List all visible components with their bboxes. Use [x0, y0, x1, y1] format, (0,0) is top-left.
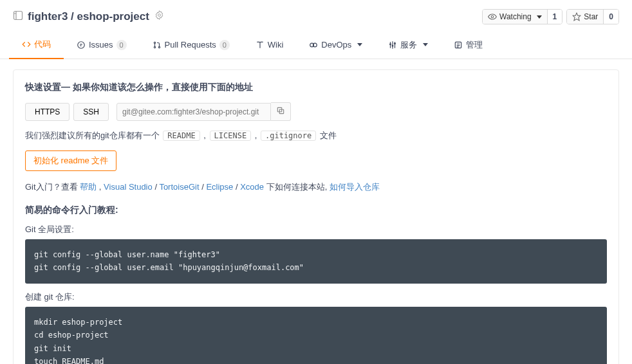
star-group: Star 0: [566, 9, 619, 24]
tab-issues-label: Issues: [89, 40, 113, 50]
git-intro-line: Git入门？查看 帮助 , Visual Studio / TortoiseGi…: [25, 181, 607, 193]
tab-pulls-label: Pull Requests: [165, 40, 216, 50]
star-label: Star: [584, 12, 598, 21]
devops-icon: [309, 41, 318, 50]
recommend-prefix: 我们强烈建议所有的git仓库都有一个: [25, 131, 162, 140]
gear-icon[interactable]: [154, 10, 164, 23]
gitignore-tag: .gitignore: [261, 131, 316, 141]
repo-title: fighter3 / eshop-project: [13, 10, 164, 24]
tab-code[interactable]: 代码: [9, 31, 64, 59]
tab-devops-label: DevOps: [321, 40, 351, 50]
watch-group: Watching 1: [482, 9, 562, 24]
sep1: ,: [99, 182, 104, 192]
clone-row: HTTPS SSH: [25, 102, 607, 121]
header-actions: Watching 1 Star 0: [482, 9, 619, 24]
tab-pulls[interactable]: Pull Requests 0: [140, 31, 243, 59]
setup-title: 快速设置— 如果你知道该怎么操作，直接使用下面的地址: [25, 82, 607, 93]
svg-rect-0: [14, 11, 23, 19]
create-repo-code[interactable]: mkdir eshop-project cd eshop-project git…: [25, 307, 607, 364]
chevron-down-icon: [357, 43, 362, 46]
services-icon: [388, 41, 397, 50]
svg-point-11: [392, 45, 393, 46]
license-tag: LICENSE: [210, 131, 252, 141]
eye-icon: [488, 12, 497, 21]
tab-manage[interactable]: 管理: [441, 31, 496, 59]
copy-icon: [276, 106, 285, 115]
cli-section-title: 简易的命令行入门教程:: [25, 205, 607, 216]
setup-box: 快速设置— 如果你知道该怎么操作，直接使用下面的地址 HTTPS SSH 我们强…: [13, 69, 619, 364]
visualstudio-link[interactable]: Visual Studio: [104, 182, 153, 192]
svg-point-5: [154, 42, 155, 43]
star-count[interactable]: 0: [603, 10, 618, 24]
help-link[interactable]: 帮助: [80, 182, 97, 192]
recommend-line: 我们强烈建议所有的git仓库都有一个 README , LICENSE , .g…: [25, 130, 607, 141]
svg-point-6: [154, 46, 155, 48]
git-intro-middle: 下如何连接本站,: [266, 182, 330, 192]
tab-wiki-label: Wiki: [268, 40, 284, 50]
eclipse-link[interactable]: Eclipse: [206, 182, 233, 192]
chevron-down-icon: [537, 15, 542, 19]
pulls-badge: 0: [219, 40, 230, 50]
global-settings-code[interactable]: git config --global user.name "fighter3"…: [25, 239, 607, 284]
init-readme-button[interactable]: 初始化 readme 文件: [25, 150, 116, 171]
repo-separator: /: [68, 10, 77, 23]
global-settings-label: Git 全局设置:: [25, 224, 607, 235]
tab-services-label: 服务: [400, 39, 417, 51]
tabs-bar: 代码 Issues 0 Pull Requests 0 Wiki DevOps …: [0, 31, 632, 59]
readme-tag: README: [163, 131, 200, 141]
tab-issues[interactable]: Issues 0: [64, 31, 140, 59]
comma1: ,: [203, 131, 208, 140]
wiki-icon: [256, 41, 265, 50]
star-icon: [572, 12, 581, 21]
git-intro-prefix: Git入门？查看: [25, 182, 80, 192]
xcode-link[interactable]: Xcode: [240, 182, 264, 192]
svg-point-1: [158, 14, 161, 17]
comma2: ,: [255, 131, 259, 140]
svg-point-4: [78, 41, 85, 48]
svg-point-10: [390, 43, 391, 44]
manage-icon: [454, 41, 463, 50]
create-repo-label: 创建 git 仓库:: [25, 291, 607, 303]
tab-code-label: 代码: [34, 39, 51, 50]
issues-badge: 0: [116, 40, 127, 50]
repo-name[interactable]: eshop-project: [77, 10, 149, 23]
watch-button[interactable]: Watching: [483, 10, 547, 24]
copy-button[interactable]: [271, 102, 291, 121]
code-icon: [22, 40, 31, 49]
svg-marker-3: [573, 13, 581, 21]
watch-label: Watching: [499, 12, 532, 21]
star-button[interactable]: Star: [567, 10, 603, 24]
tab-wiki[interactable]: Wiki: [243, 31, 297, 59]
tab-services[interactable]: 服务: [375, 31, 441, 59]
svg-point-7: [158, 46, 160, 48]
repo-icon: [13, 10, 23, 24]
svg-point-2: [491, 15, 494, 18]
issues-icon: [77, 41, 86, 50]
recommend-suffix: 文件: [320, 131, 337, 140]
tortoisegit-link[interactable]: TortoiseGit: [159, 182, 199, 192]
watch-count[interactable]: 1: [547, 10, 562, 24]
clone-url-input[interactable]: [116, 103, 271, 121]
tab-devops[interactable]: DevOps: [296, 31, 375, 59]
import-link[interactable]: 如何导入仓库: [330, 182, 380, 192]
svg-point-12: [395, 42, 396, 44]
pull-request-icon: [153, 41, 162, 50]
chevron-down-icon: [423, 43, 428, 46]
repo-owner[interactable]: fighter3: [28, 10, 68, 23]
https-button[interactable]: HTTPS: [25, 103, 70, 121]
ssh-button[interactable]: SSH: [73, 103, 109, 121]
tab-manage-label: 管理: [466, 39, 483, 51]
